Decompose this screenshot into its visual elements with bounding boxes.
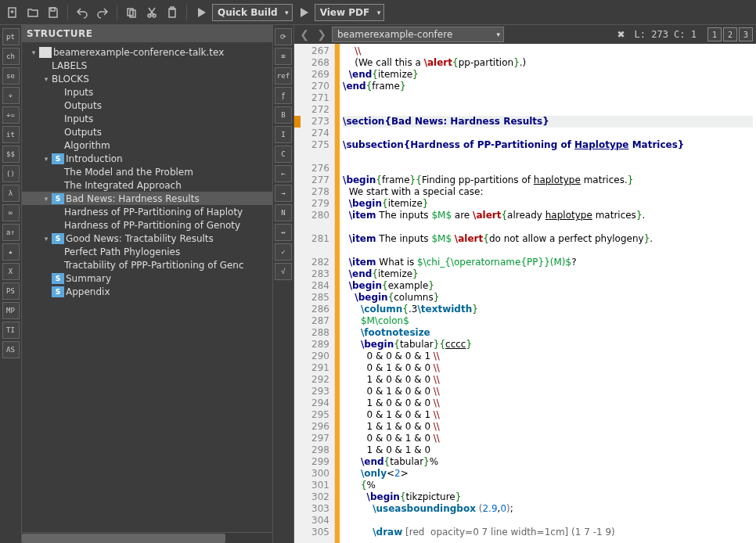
code-line-267[interactable]: \\ bbox=[343, 45, 753, 57]
code-line-304[interactable] bbox=[343, 515, 753, 527]
new-file-icon[interactable] bbox=[3, 3, 22, 22]
code-line-271[interactable] bbox=[343, 92, 753, 104]
tree-item[interactable]: ▾BLOCKS bbox=[22, 72, 272, 85]
code-line-284[interactable]: \begin{example} bbox=[343, 280, 753, 292]
quick-build-dropdown[interactable]: Quick Build bbox=[212, 4, 293, 21]
code-line-281[interactable]: \item The inputs $M$ \alert{do not allow… bbox=[343, 233, 753, 257]
code-line-301[interactable]: {% bbox=[343, 480, 753, 491]
save-file-icon[interactable] bbox=[44, 3, 63, 22]
left-tool-★[interactable]: ★ bbox=[2, 243, 20, 261]
code-line-268[interactable]: (We call this a \alert{pp-partition}.) bbox=[343, 57, 753, 69]
left-tool-X[interactable]: X bbox=[2, 263, 20, 280]
left-tool-∞[interactable]: ∞ bbox=[2, 204, 20, 221]
code-line-270[interactable]: \end{frame} bbox=[343, 81, 753, 92]
open-file-icon[interactable] bbox=[23, 3, 42, 22]
code-line-302[interactable]: \begin{tikzpicture} bbox=[343, 491, 753, 503]
cut-icon[interactable] bbox=[142, 3, 161, 22]
left-tool-AS[interactable]: AS bbox=[2, 341, 20, 358]
tree-item[interactable]: ▾SGood News: Tractability Results bbox=[22, 232, 272, 245]
tree-item[interactable]: Outputs bbox=[22, 99, 272, 112]
code-line-276[interactable] bbox=[343, 163, 753, 174]
split-view-2[interactable]: 2 bbox=[723, 27, 737, 41]
editor-tool-ref[interactable]: ref bbox=[275, 67, 292, 85]
code-line-291[interactable]: 0 & 1 & 0 & 0 \\ bbox=[343, 362, 753, 374]
left-tool-se[interactable]: se bbox=[2, 67, 20, 85]
editor-tool-→[interactable]: → bbox=[275, 185, 292, 202]
editor-tool-≡[interactable]: ≡ bbox=[275, 48, 292, 65]
redo-icon[interactable] bbox=[93, 3, 112, 22]
tree-item[interactable]: ▾SBad News: Hardness Results bbox=[22, 192, 272, 205]
code-line-274[interactable] bbox=[343, 128, 753, 139]
editor-tool-B[interactable]: B bbox=[275, 106, 292, 124]
left-tool-TI[interactable]: TI bbox=[2, 322, 20, 339]
build-play-icon[interactable] bbox=[192, 3, 211, 22]
tree-item[interactable]: ▾SIntroduction bbox=[22, 152, 272, 165]
code-line-296[interactable]: 1 & 1 & 0 & 0 \\ bbox=[343, 421, 753, 433]
left-tool-÷[interactable]: ÷ bbox=[2, 87, 20, 104]
code-line-289[interactable]: \begin{tabular}{cccc} bbox=[343, 339, 753, 351]
editor-tool-←[interactable]: ← bbox=[275, 165, 292, 182]
code-line-286[interactable]: \column{.3\textwidth} bbox=[343, 304, 753, 315]
left-tool-ch[interactable]: ch bbox=[2, 48, 20, 65]
code-line-290[interactable]: 0 & 0 & 0 & 1 \\ bbox=[343, 351, 753, 362]
tree-item[interactable]: The Integrated Approach bbox=[22, 178, 272, 192]
editor-tool-↔[interactable]: ↔ bbox=[275, 224, 292, 241]
tree-item[interactable]: The Model and the Problem bbox=[22, 165, 272, 178]
tree-item[interactable]: SAppendix bbox=[22, 285, 272, 298]
code-line-293[interactable]: 0 & 1 & 0 & 0 \\ bbox=[343, 386, 753, 397]
left-tool-λ[interactable]: λ bbox=[2, 185, 20, 202]
line-number-gutter[interactable]: 267268269270271272273274275 276277278279… bbox=[294, 44, 335, 543]
code-line-297[interactable]: 0 & 0 & 1 & 0 \\ bbox=[343, 433, 753, 444]
code-line-277[interactable]: \begin{frame}{Finding pp-partitions of h… bbox=[343, 174, 753, 186]
nav-forward-icon[interactable]: ❯ bbox=[315, 28, 329, 41]
tree-item[interactable]: Hardness of PP-Partitioning of Genoty bbox=[22, 218, 272, 232]
editor-tool-I[interactable]: I bbox=[275, 126, 292, 143]
left-tool-$$[interactable]: $$ bbox=[2, 146, 20, 163]
tree-item[interactable]: Tractability of PPP-Partitioning of Genc bbox=[22, 258, 272, 272]
code-line-300[interactable]: \only<2> bbox=[343, 468, 753, 480]
left-tool-()[interactable]: () bbox=[2, 165, 20, 182]
editor-tool-⟳[interactable]: ⟳ bbox=[275, 28, 292, 45]
tree-item[interactable]: Perfect Path Phylogenies bbox=[22, 245, 272, 258]
code-line-305[interactable]: \draw [red opacity=0 7 line width=1cm] (… bbox=[343, 527, 753, 538]
left-tool-÷=[interactable]: ÷= bbox=[2, 106, 20, 124]
code-line-283[interactable]: \end{itemize} bbox=[343, 268, 753, 280]
editor-tool-C[interactable]: C bbox=[275, 146, 292, 163]
left-tool-it[interactable]: it bbox=[2, 126, 20, 143]
nav-back-icon[interactable]: ❮ bbox=[297, 28, 311, 41]
structure-tree[interactable]: ▾beamerexample-conference-talk.texLABELS… bbox=[22, 42, 272, 532]
code-line-288[interactable]: \footnotesize bbox=[343, 327, 753, 339]
tree-item[interactable]: Inputs bbox=[22, 85, 272, 99]
undo-icon[interactable] bbox=[73, 3, 92, 22]
split-view-1[interactable]: 1 bbox=[707, 27, 722, 41]
left-tool-PS[interactable]: PS bbox=[2, 282, 20, 300]
editor-tool-√[interactable]: √ bbox=[275, 263, 292, 280]
tree-item[interactable]: Outputs bbox=[22, 125, 272, 138]
tab-close-icon[interactable]: ✖ bbox=[617, 29, 625, 40]
code-line-280[interactable]: \item The inputs $M$ are \alert{already … bbox=[343, 210, 753, 233]
code-line-272[interactable] bbox=[343, 104, 753, 116]
code-line-282[interactable]: \item What is $\chi_{\operatorname{PP}}(… bbox=[343, 257, 753, 268]
code-line-273[interactable]: \section{Bad News: Hardness Results} bbox=[343, 116, 753, 128]
tree-item[interactable]: Algorithm bbox=[22, 138, 272, 152]
code-line-294[interactable]: 1 & 0 & 0 & 0 \\ bbox=[343, 397, 753, 409]
editor-tool-✓[interactable]: ✓ bbox=[275, 243, 292, 261]
tree-item[interactable]: Inputs bbox=[22, 112, 272, 125]
code-line-292[interactable]: 1 & 0 & 0 & 0 \\ bbox=[343, 374, 753, 386]
paste-icon[interactable] bbox=[163, 3, 182, 22]
code-line-269[interactable]: \end{itemize} bbox=[343, 69, 753, 81]
view-pdf-dropdown[interactable]: View PDF bbox=[315, 4, 385, 21]
code-editor[interactable]: \\ (We call this a \alert{pp-partition}.… bbox=[340, 44, 756, 543]
code-line-295[interactable]: 0 & 1 & 0 & 1 \\ bbox=[343, 409, 753, 421]
code-line-275[interactable]: \subsection{Hardness of PP-Partitioning … bbox=[343, 139, 753, 163]
structure-h-scrollbar[interactable] bbox=[22, 532, 272, 543]
code-line-279[interactable]: \begin{itemize} bbox=[343, 198, 753, 210]
code-line-278[interactable]: We start with a special case: bbox=[343, 186, 753, 198]
split-view-3[interactable]: 3 bbox=[739, 27, 753, 41]
tree-item[interactable]: SSummary bbox=[22, 272, 272, 285]
tree-item[interactable]: LABELS bbox=[22, 59, 272, 72]
code-line-298[interactable]: 1 & 0 & 1 & 0 bbox=[343, 444, 753, 456]
tree-item[interactable]: ▾beamerexample-conference-talk.tex bbox=[22, 45, 272, 59]
view-play-icon[interactable] bbox=[294, 3, 313, 22]
left-tool-pt[interactable]: pt bbox=[2, 28, 20, 45]
